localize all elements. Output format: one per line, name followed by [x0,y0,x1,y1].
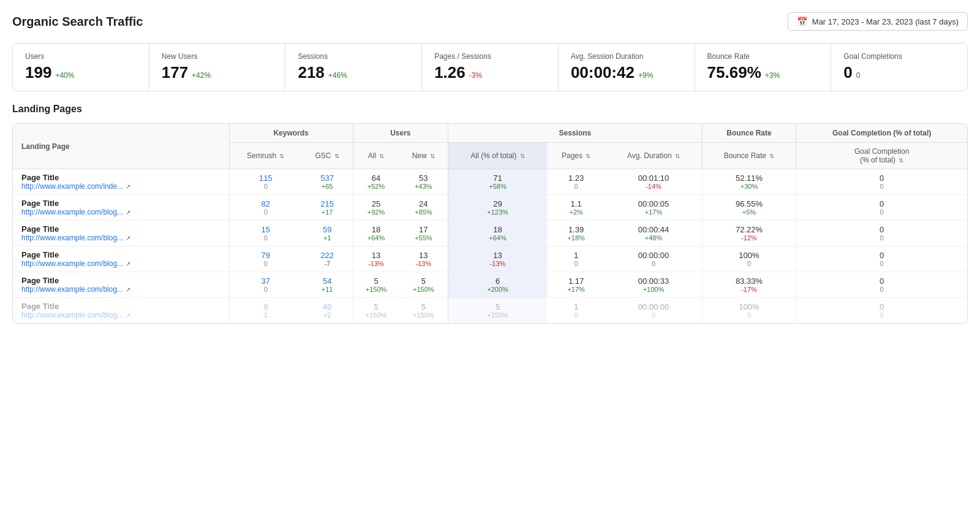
avg-duration-cell: 00:00:00 0 [605,298,702,324]
users-all-cell: 5 +150% [353,298,399,324]
goal-completion-delta: 0 [800,208,963,216]
semrush-delta: 0 [233,234,298,242]
page-url[interactable]: http://www.example.com/blog... ↗ [21,208,225,216]
avg-duration-cell: 00:01:10 -14% [605,169,702,195]
table-row: Page Title http://www.example.com/blog..… [13,272,967,298]
goal-completion-value: 0 [800,173,963,183]
sort-icon: ⇅ [520,153,525,159]
date-range-label: Mar 17, 2023 - Mar 23, 2023 (last 7 days… [812,17,959,26]
page-url[interactable]: http://www.example.com/blog... ↗ [21,259,225,268]
goal-completion-delta: 0 [800,311,963,319]
semrush-subheader[interactable]: Semrush ⇅ [229,143,302,169]
users-all-delta: +92% [357,208,396,216]
metric-label: Goal Completions [843,52,955,61]
goal-completion-value: 0 [800,251,963,260]
pages-cell: 1.23 0 [547,169,605,195]
bounce-rate-value: 52.11% [706,173,793,183]
sessions-all-cell: 29 +123% [448,195,547,221]
page-url[interactable]: http://www.example.com/blog... ↗ [21,234,225,242]
external-link-icon: ↗ [126,261,130,267]
sessions-all-delta: -13% [452,260,543,267]
sessions-all-cell: 5 +150% [448,298,547,324]
sessions-all-delta: +123% [452,208,543,216]
avg-duration-delta: -14% [609,183,698,190]
users-new-delta: +85% [403,208,445,216]
sort-icon: ⇅ [675,153,680,159]
page-url[interactable]: http://www.example.com/inde... ↗ [21,182,225,191]
users-new-cell: 24 +85% [399,195,448,221]
avg-duration-value: 00:00:00 [609,251,698,260]
table-row: Page Title http://www.example.com/inde..… [13,169,967,195]
pages-delta: +2% [551,208,601,216]
sessions-all-subheader[interactable]: All (% of total) ⇅ [448,143,547,169]
sessions-all-value: 13 [452,251,543,260]
gsc-cell: 54 +11 [302,272,353,298]
semrush-value: 37 [233,276,298,286]
avg-duration-value: 00:00:05 [609,199,698,208]
page-url[interactable]: http://www.example.com/blog... ↗ [21,311,225,319]
date-range-picker[interactable]: 📅 Mar 17, 2023 - Mar 23, 2023 (last 7 da… [788,12,968,31]
landing-pages-section: Landing Pages Landing Page Keywords User… [12,104,968,324]
gsc-delta: +17 [306,208,349,216]
bounce-rate-subheader[interactable]: Bounce Rate ⇅ [702,143,796,169]
landing-pages-table-wrapper: Landing Page Keywords Users Sessions Bou… [12,123,968,324]
bounce-rate-cell: 72.22% -12% [702,221,796,246]
metric-cell-bounce-rate: Bounce Rate 75.69% +3% [695,44,832,91]
users-all-value: 5 [357,302,396,311]
avg-duration-delta: 0 [609,260,698,267]
gsc-cell: 59 +1 [302,221,353,246]
gsc-value: 537 [306,173,349,183]
external-link-icon: ↗ [126,235,130,242]
sessions-all-delta: +150% [452,311,543,319]
pages-value: 1 [551,251,601,260]
metric-label: Users [25,52,137,61]
sessions-all-delta: +200% [452,286,543,293]
pages-subheader[interactable]: Pages ⇅ [547,143,605,169]
landing-page-cell: Page Title http://www.example.com/blog..… [13,221,229,246]
bounce-rate-delta: -17% [706,286,793,293]
page-title: Organic Search Traffic [12,15,143,29]
metric-delta: 0 [856,71,861,80]
metric-delta: +9% [638,71,653,80]
gsc-subheader[interactable]: GSC ⇅ [302,143,353,169]
semrush-delta: 0 [233,183,298,190]
users-all-cell: 25 +92% [353,195,399,221]
avg-duration-value: 00:00:44 [609,225,698,234]
bounce-rate-value: 100% [706,251,793,260]
bounce-rate-cell: 52.11% +30% [702,169,796,195]
metric-delta: +42% [192,71,211,80]
goal-completion-delta: 0 [800,286,963,293]
users-new-delta: -13% [403,260,445,267]
goal-completion-cell: 0 0 [796,169,967,195]
goal-completion-cell: 0 0 [796,221,967,246]
users-new-delta: +55% [403,234,445,242]
pages-value: 1.17 [551,276,601,286]
pages-value: 1 [551,302,601,311]
users-new-subheader[interactable]: New ⇅ [399,143,448,169]
users-all-value: 25 [357,199,396,208]
users-all-value: 18 [357,225,396,234]
avg-duration-delta: +17% [609,208,698,216]
pages-cell: 1.39 +18% [547,221,605,246]
gsc-value: 215 [306,199,349,208]
bounce-rate-group-header: Bounce Rate [702,124,796,143]
pages-cell: 1 0 [547,246,605,272]
page-title-text: Page Title [21,224,225,234]
users-new-delta: +150% [403,286,445,293]
users-new-value: 13 [403,251,445,260]
sort-icon: ⇅ [430,153,435,159]
page-title-text: Page Title [21,276,225,285]
metric-label: Avg. Session Duration [571,52,682,61]
sessions-all-delta: +58% [452,183,543,190]
users-all-cell: 5 +150% [353,272,399,298]
page-url[interactable]: http://www.example.com/blog... ↗ [21,285,225,294]
landing-page-cell: Page Title http://www.example.com/blog..… [13,195,229,221]
table-row: Page Title http://www.example.com/blog..… [13,298,967,324]
bounce-rate-delta: -12% [706,234,793,242]
avg-duration-subheader[interactable]: Avg. Duration ⇅ [605,143,702,169]
users-all-subheader[interactable]: All ⇅ [353,143,399,169]
avg-duration-cell: 00:00:05 +17% [605,195,702,221]
sort-icon: ⇅ [379,153,384,159]
goal-completion-subheader[interactable]: Goal Completion(% of total) ⇅ [796,143,967,169]
external-link-icon: ↗ [126,286,130,293]
